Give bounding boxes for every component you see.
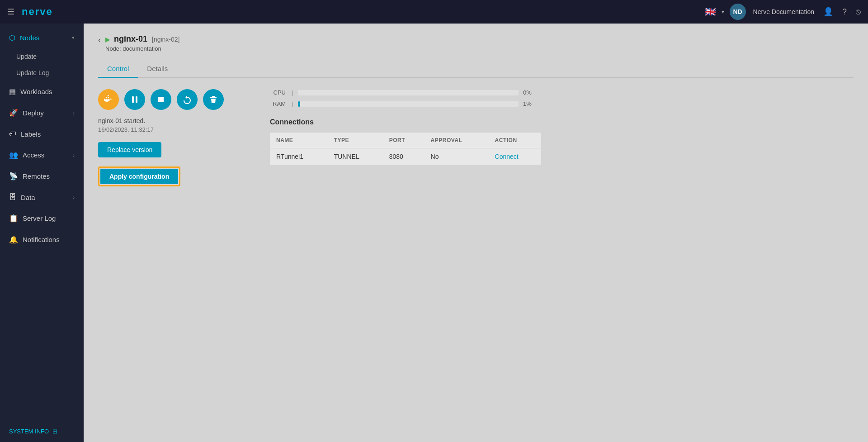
tabs: Control Details [98,60,854,78]
cpu-percent: 0% [523,89,541,96]
table-row: RTunnel1 TUNNEL 8080 No Connect [270,148,541,165]
sidebar: ⬡ Nodes ▾ Update Update Log ▦ Workloads … [0,24,84,442]
connections-section: Connections NAME TYPE PORT APPROVAL ACTI… [270,118,541,165]
node-value: documentation [123,45,161,52]
sidebar-label-notifications: Notifications [23,236,60,243]
avatar[interactable]: ND [730,4,746,20]
page-subtitle-tag: [nginx-02] [152,36,179,43]
deploy-icon: 🚀 [9,109,18,117]
sidebar-item-data[interactable]: 🗄 Data › [0,187,84,208]
apply-configuration-button[interactable]: Apply configuration [100,169,178,184]
replace-version-button[interactable]: Replace version [98,142,161,157]
topnav: ☰ nerve 🇬🇧 ▾ ND Nerve Documentation 👤 ? … [0,0,868,24]
col-port: PORT [383,133,425,148]
col-action: ACTION [489,133,541,148]
apply-configuration-wrapper: Apply configuration [98,166,180,186]
user-icon[interactable]: 👤 [823,7,833,17]
sidebar-label-update-log: Update Log [16,69,49,76]
status-text: nginx-01 started. [98,117,243,124]
sidebar-label-data: Data [21,194,35,201]
notifications-icon: 🔔 [9,235,18,244]
conn-action[interactable]: Connect [489,148,541,165]
conn-name: RTunnel1 [270,148,328,165]
server-log-icon: 📋 [9,214,18,223]
workloads-icon: ▦ [9,87,16,96]
access-icon: 👥 [9,151,18,159]
conn-approval: No [425,148,489,165]
svg-rect-3 [106,97,107,98]
nodes-chevron: ▾ [72,35,75,41]
status-date: 16/02/2023, 11:32:17 [98,126,243,133]
delete-button[interactable] [203,89,224,110]
svg-rect-5 [108,95,109,96]
cpu-bar-bg [298,90,519,95]
page-header: ‹ ▶ nginx-01 [nginx-02] Node: documentat… [98,34,854,52]
back-button[interactable]: ‹ [98,35,101,45]
main-content: ‹ ▶ nginx-01 [nginx-02] Node: documentat… [84,24,868,442]
flag-icon[interactable]: 🇬🇧 [705,6,716,17]
logout-icon[interactable]: ⎋ [856,7,861,17]
access-chevron: › [73,152,75,158]
help-icon[interactable]: ? [842,7,847,17]
cpu-separator: | [292,90,293,96]
svg-rect-7 [136,96,137,103]
sidebar-label-nodes: Nodes [20,34,39,42]
ram-bar-fill [298,101,300,107]
restart-button[interactable] [177,89,198,110]
doc-link[interactable]: Nerve Documentation [753,8,814,15]
deploy-chevron: › [73,110,75,116]
sidebar-item-update-log[interactable]: Update Log [0,65,84,81]
cpu-label: CPU [270,89,286,96]
sidebar-label-server-log: Server Log [23,214,56,222]
system-info-icon: ⊞ [52,428,57,435]
tab-details[interactable]: Details [138,60,177,78]
sidebar-item-access[interactable]: 👥 Access › [0,144,84,166]
col-approval: APPROVAL [425,133,489,148]
status-play-icon: ▶ [105,36,110,43]
action-buttons [98,89,243,110]
sidebar-label-workloads: Workloads [20,88,52,95]
pause-button[interactable] [124,89,145,110]
svg-rect-6 [132,96,134,103]
sidebar-item-workloads[interactable]: ▦ Workloads [0,81,84,102]
remotes-icon: 📡 [9,172,18,181]
resource-section: CPU | 0% RAM | 1% [270,89,541,107]
conn-port: 8080 [383,148,425,165]
sidebar-label-deploy: Deploy [23,109,44,117]
sidebar-item-update[interactable]: Update [0,48,84,65]
app-logo: nerve [22,6,53,18]
ram-bar-bg [298,101,519,107]
sidebar-item-nodes[interactable]: ⬡ Nodes ▾ [0,27,84,48]
docker-icon-button[interactable] [98,89,119,110]
data-icon: 🗄 [9,193,16,201]
sidebar-item-notifications[interactable]: 🔔 Notifications [0,229,84,250]
sidebar-label-access: Access [23,151,44,159]
svg-rect-4 [108,97,109,98]
sidebar-label-update: Update [16,53,37,60]
ram-separator: | [292,101,293,107]
page-title: nginx-01 [114,34,147,44]
node-label: Node: documentation [105,45,180,52]
stop-button[interactable] [151,89,171,110]
connections-table: NAME TYPE PORT APPROVAL ACTION RTunnel1 … [270,133,541,165]
cpu-row: CPU | 0% [270,89,541,96]
system-info-label: SYSTEM INFO [9,428,49,435]
sidebar-item-remotes[interactable]: 📡 Remotes [0,166,84,187]
system-info[interactable]: SYSTEM INFO ⊞ [0,421,84,442]
language-dropdown-arrow[interactable]: ▾ [722,9,724,15]
col-type: TYPE [328,133,383,148]
sidebar-item-labels[interactable]: 🏷 Labels [0,124,84,144]
sidebar-item-deploy[interactable]: 🚀 Deploy › [0,102,84,124]
col-name: NAME [270,133,328,148]
ram-percent: 1% [523,100,541,107]
svg-rect-8 [158,97,164,102]
data-chevron: › [73,195,75,200]
ram-row: RAM | 1% [270,100,541,107]
nodes-icon: ⬡ [9,33,15,42]
sidebar-item-server-log[interactable]: 📋 Server Log [0,208,84,229]
hamburger-icon[interactable]: ☰ [7,7,14,17]
conn-type: TUNNEL [328,148,383,165]
sidebar-label-labels: Labels [21,130,41,138]
tab-control[interactable]: Control [98,60,138,78]
ram-label: RAM [270,100,286,107]
